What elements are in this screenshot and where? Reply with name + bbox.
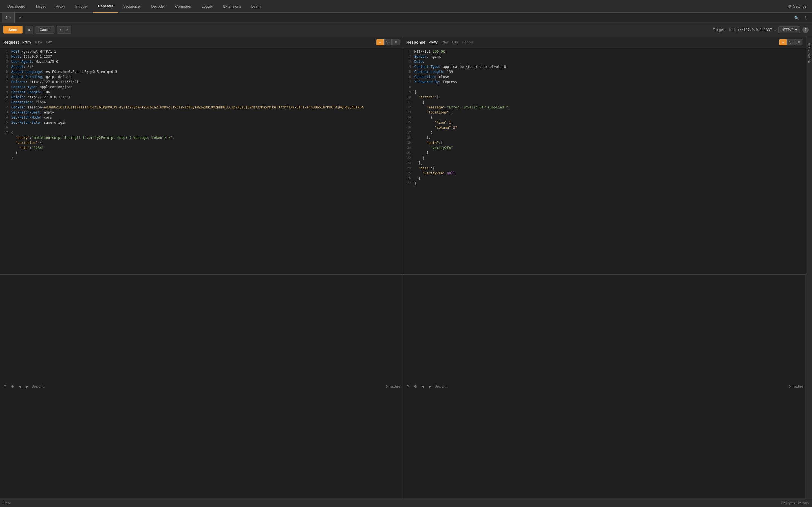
request-view-pretty[interactable]: ≡: [376, 39, 384, 45]
response-line-17: 17 }: [403, 130, 806, 135]
response-line-10: 10 "errors":[: [403, 95, 806, 100]
target-url: http://127.0.0.1:1337: [729, 28, 772, 32]
request-view-buttons: ≡ \n ☰: [376, 39, 400, 45]
request-search-bar: ? ⚙ ◀ ▶ 0 matches: [0, 274, 403, 499]
send-button[interactable]: Send: [3, 26, 22, 34]
response-line-27: 27 }: [403, 181, 806, 186]
request-tabs: Pretty Raw Hex: [22, 40, 52, 45]
response-line-9: 9 {: [403, 90, 806, 95]
response-line-18: 18 ],: [403, 135, 806, 140]
response-tab-render: Render: [462, 40, 473, 45]
request-line-13: 13 Sec-Fetch-Dest: empty: [0, 110, 403, 115]
nav-dashboard[interactable]: Dashboard: [2, 0, 31, 13]
send-options-button[interactable]: ⚙: [25, 25, 33, 34]
request-view-wrap[interactable]: \n: [384, 39, 392, 45]
request-title: Request: [3, 40, 19, 45]
request-line-3: 3 User-Agent: Mozilla/5.0: [0, 59, 403, 64]
response-help-icon[interactable]: ?: [405, 384, 411, 389]
inspector-sidebar: INSPECTOR: [806, 37, 812, 499]
response-tab-pretty[interactable]: Pretty: [428, 40, 437, 45]
request-tab-raw[interactable]: Raw: [35, 40, 42, 45]
nav-target[interactable]: Target: [31, 0, 51, 13]
response-code-area[interactable]: 1 HTTP/1.1 200 OK 2 Server: nginx 3 Date…: [403, 48, 806, 274]
search-icon[interactable]: 🔍: [792, 15, 801, 20]
request-tab-hex[interactable]: Hex: [46, 40, 52, 45]
cancel-button[interactable]: Cancel: [36, 26, 54, 34]
tab-add-button[interactable]: +: [16, 14, 24, 22]
response-line-24: 24 "data":{: [403, 166, 806, 171]
request-search-input[interactable]: [32, 385, 384, 388]
request-help-icon[interactable]: ?: [2, 384, 8, 389]
response-view-list[interactable]: ☰: [795, 39, 802, 45]
more-options-icon[interactable]: ⋮: [801, 15, 810, 20]
nav-decoder[interactable]: Decoder: [146, 0, 170, 13]
response-view-wrap[interactable]: \n: [787, 39, 795, 45]
request-line-12: 12 Cookie: session=eyJhbGciOiJIUzI1NiIsI…: [0, 105, 403, 110]
request-body-otp: "otp":"1234": [0, 145, 403, 151]
response-tab-hex[interactable]: Hex: [452, 40, 458, 45]
response-line-2: 2 Server: nginx: [403, 54, 806, 59]
nav-sequencer[interactable]: Sequencer: [118, 0, 146, 13]
response-tabs: Pretty Raw Hex Render: [428, 40, 473, 45]
response-line-19: 19 "path":[: [403, 140, 806, 145]
request-body-close: }: [0, 156, 403, 161]
response-tab-raw[interactable]: Raw: [442, 40, 448, 45]
response-nav-forward-icon[interactable]: ▶: [427, 384, 433, 389]
request-nav-back-icon[interactable]: ◀: [17, 384, 22, 389]
response-line-23: 23 ],: [403, 161, 806, 166]
nav-extensions[interactable]: Extensions: [218, 0, 246, 13]
tab-1[interactable]: 1 ✕: [2, 13, 15, 23]
status-text: Done: [3, 501, 11, 505]
request-nav-forward-icon[interactable]: ▶: [24, 384, 30, 389]
nav-intruder[interactable]: Intruder: [70, 0, 93, 13]
request-code-area[interactable]: 1 POST /graphql HTTP/1.1 2 Host: 127.0.0…: [0, 48, 403, 274]
nav-back-button[interactable]: ◀: [57, 26, 64, 34]
request-panel-header: Request Pretty Raw Hex ≡ \n ☰: [0, 37, 403, 48]
request-tab-pretty[interactable]: Pretty: [22, 40, 31, 45]
edit-target-icon[interactable]: ✏: [774, 28, 776, 32]
request-line-15: 15 Sec-Fetch-Site: same-origin: [0, 120, 403, 125]
request-line-5: 5 Accept-Language: es-ES,es;q=0.8,en-US;…: [0, 69, 403, 74]
nav-comparer[interactable]: Comparer: [170, 0, 197, 13]
nav-settings[interactable]: ⚙ Settings: [784, 4, 810, 8]
request-line-7: 7 Referer: http://127.0.0.1:1337/2fa: [0, 79, 403, 84]
nav-logger[interactable]: Logger: [197, 0, 218, 13]
request-line-6: 6 Accept-Encoding: gzip, deflate: [0, 74, 403, 79]
request-line-1: 1 POST /graphql HTTP/1.1: [0, 49, 403, 54]
nav-forward-button[interactable]: ▶: [64, 26, 71, 34]
request-line-8: 8 Content-Type: application/json: [0, 84, 403, 90]
chevron-down-icon: ▼: [795, 28, 797, 32]
response-nav-back-icon[interactable]: ◀: [420, 384, 426, 389]
top-navigation: Dashboard Target Proxy Intruder Repeater…: [0, 0, 812, 13]
request-line-14: 14 Sec-Fetch-Mode: cors: [0, 115, 403, 120]
response-line-13: 13 "locations":[: [403, 110, 806, 115]
response-panel-header: Response Pretty Raw Hex Render ≡ \n ☰: [403, 37, 806, 48]
response-line-1: 1 HTTP/1.1 200 OK: [403, 49, 806, 54]
toolbar: Send ⚙ Cancel ◀ ▶ Target: http://127.0.0…: [0, 23, 812, 37]
target-prefix: Target:: [713, 28, 727, 32]
main-wrapper: Request Pretty Raw Hex ≡ \n ☰ 1 POST /gr…: [0, 37, 812, 499]
response-size-info: 320 bytes | 12 millis: [781, 501, 809, 505]
nav-proxy[interactable]: Proxy: [51, 0, 70, 13]
nav-buttons: ◀ ▶: [57, 26, 71, 34]
help-button[interactable]: ?: [802, 27, 809, 33]
request-settings-icon[interactable]: ⚙: [10, 384, 15, 389]
response-line-4: 4 Content-Type: application/json; charse…: [403, 64, 806, 69]
response-search-bar: ? ⚙ ◀ ▶ 0 matches: [403, 274, 806, 499]
nav-repeater[interactable]: Repeater: [93, 0, 118, 13]
response-line-7: 7 X-Powered-By: Express: [403, 79, 806, 84]
http-version-button[interactable]: HTTP/1 ▼: [778, 26, 800, 33]
request-panel: Request Pretty Raw Hex ≡ \n ☰ 1 POST /gr…: [0, 37, 403, 499]
tab-close-button[interactable]: ✕: [9, 16, 11, 19]
nav-learn[interactable]: Learn: [246, 0, 266, 13]
request-line-10: 10 Origin: http://127.0.0.1:1337: [0, 95, 403, 100]
response-line-20: 20 "verify2FA": [403, 145, 806, 151]
response-view-pretty[interactable]: ≡: [779, 39, 786, 45]
request-line-4: 4 Accept: */*: [0, 64, 403, 69]
response-search-input[interactable]: [435, 385, 788, 388]
panels-area: Request Pretty Raw Hex ≡ \n ☰ 1 POST /gr…: [0, 37, 806, 499]
request-view-list[interactable]: ☰: [392, 39, 400, 45]
response-settings-icon[interactable]: ⚙: [413, 384, 418, 389]
settings-label: Settings: [793, 4, 806, 8]
http-version-label: HTTP/1: [781, 28, 794, 32]
